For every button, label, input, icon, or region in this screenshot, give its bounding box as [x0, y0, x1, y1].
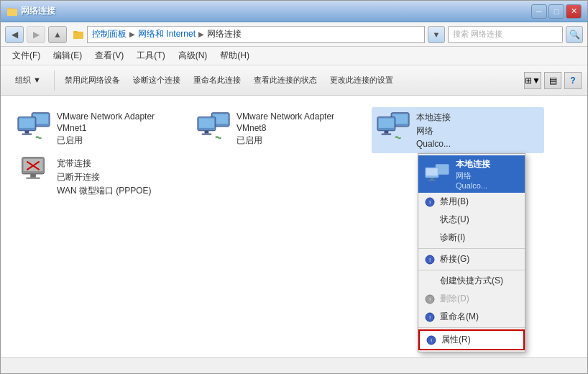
view-options-button[interactable]: ⊞▼ — [524, 72, 541, 89]
up-button[interactable]: ▲ — [48, 26, 67, 43]
view-toggle-button[interactable]: ▤ — [544, 72, 561, 89]
ctx-header-net: 网络 — [456, 170, 490, 181]
forward-button[interactable]: ▶ — [27, 26, 45, 43]
ctx-properties-label: 属性(R) — [441, 334, 471, 346]
broadband-status: 已断开连接 — [57, 171, 152, 183]
svg-rect-27 — [385, 131, 389, 134]
title-bar: 网络连接 ─ □ ✕ — [1, 1, 587, 22]
local-conn-net: 网络 — [416, 125, 451, 137]
svg-rect-40 — [428, 180, 436, 181]
network-item-vmnet1[interactable]: VMware Network Adapter VMnet1 已启用 — [12, 107, 185, 153]
menu-edit[interactable]: 编辑(E) — [47, 48, 88, 63]
network-item-local[interactable]: 本地连接 网络 Qualco... — [372, 107, 544, 153]
search-box[interactable]: 搜索 网络连接 — [448, 26, 563, 43]
address-path[interactable]: 控制面板 ▶ 网络和 Internet ▶ 网络连接 — [87, 26, 425, 43]
svg-text:!: ! — [429, 314, 431, 321]
rename-label: 重命名此连接 — [193, 75, 241, 86]
close-button[interactable]: ✕ — [566, 4, 582, 19]
menu-file[interactable]: 文件(F) — [6, 48, 46, 63]
address-dropdown[interactable]: ▼ — [428, 26, 445, 43]
vmnet1-icon — [17, 111, 51, 140]
svg-rect-32 — [30, 174, 36, 178]
local-info: 本地连接 网络 Qualco... — [416, 111, 451, 149]
search-placeholder: 搜索 网络连接 — [453, 29, 502, 40]
local-icon — [376, 111, 410, 140]
vmnet8-name2: VMnet8 — [236, 123, 334, 133]
vmnet8-icon — [196, 111, 231, 140]
ctx-sep-3 — [418, 327, 525, 328]
back-button[interactable]: ◀ — [5, 26, 24, 43]
vmnet1-name: VMware Network Adapter — [57, 111, 155, 122]
ctx-diagnose-icon — [424, 232, 436, 244]
view-status-button[interactable]: 查看此连接的状态 — [248, 68, 323, 94]
menu-view[interactable]: 查看(V) — [89, 48, 129, 63]
ctx-sep-2 — [418, 270, 525, 270]
title-bar-left: 网络连接 — [6, 5, 55, 17]
title-controls: ─ □ ✕ — [531, 4, 582, 19]
ctx-bridge[interactable]: ! 桥接(G) — [418, 250, 525, 268]
context-menu: 本地连接 网络 Qualco... ! 禁用(B) — [418, 153, 525, 352]
rename-button[interactable]: 重命名此连接 — [188, 68, 247, 94]
change-settings-button[interactable]: 更改此连接的设置 — [324, 68, 399, 94]
menu-advanced[interactable]: 高级(N) — [173, 48, 213, 63]
ctx-bridge-icon: ! — [424, 254, 436, 265]
network-item-vmnet8[interactable]: VMware Network Adapter VMnet8 已启用 — [192, 107, 364, 153]
ctx-rename-icon: ! — [424, 311, 436, 323]
svg-text:!: ! — [431, 337, 432, 344]
ctx-rename[interactable]: ! 重命名(M) — [418, 308, 525, 326]
ctx-shortcut-icon — [424, 275, 436, 287]
ctx-status[interactable]: 状态(U) — [418, 211, 525, 229]
menu-help[interactable]: 帮助(H) — [214, 48, 255, 63]
window-title: 网络连接 — [21, 5, 55, 17]
svg-text:!: ! — [429, 257, 431, 263]
menu-tools[interactable]: 工具(T) — [131, 48, 170, 63]
path-folder-icon — [73, 29, 84, 40]
maximize-button[interactable]: □ — [548, 4, 564, 19]
diagnose-button[interactable]: 诊断这个连接 — [127, 68, 186, 94]
svg-rect-10 — [19, 118, 35, 127]
local-conn-name: 本地连接 — [416, 111, 451, 124]
ctx-diagnose[interactable]: 诊断(I) — [418, 229, 525, 247]
help-button[interactable]: ? — [564, 72, 582, 89]
organize-label: 组织 ▼ — [15, 75, 41, 86]
disable-network-button[interactable]: 禁用此网络设备 — [59, 68, 126, 94]
status-bar — [1, 357, 587, 373]
context-menu-header: 本地连接 网络 Qualco... — [418, 155, 525, 193]
ctx-rename-label: 重命名(M) — [440, 311, 479, 323]
ctx-shortcut-label: 创建快捷方式(S) — [440, 275, 503, 287]
disable-network-label: 禁用此网络设备 — [65, 75, 120, 86]
toolbar-right: ⊞▼ ▤ ? — [524, 72, 582, 89]
ctx-shortcut[interactable]: 创建快捷方式(S) — [418, 272, 525, 290]
local-conn-sub: Qualco... — [416, 139, 451, 149]
vmnet8-monitor-svg — [196, 111, 231, 141]
vmnet8-name: VMware Network Adapter — [236, 111, 334, 122]
view-status-label: 查看此连接的状态 — [254, 75, 317, 86]
toolbar-separator-1 — [54, 70, 55, 91]
breadcrumb-3: 网络连接 — [207, 28, 242, 40]
organize-button[interactable]: 组织 ▼ — [6, 68, 50, 94]
vmnet8-info: VMware Network Adapter VMnet8 已启用 — [236, 111, 334, 147]
breadcrumb-1: 控制面板 — [92, 28, 127, 40]
content-area: VMware Network Adapter VMnet1 已启用 — [1, 96, 587, 357]
breadcrumb-2: 网络和 Internet — [138, 28, 196, 40]
svg-rect-28 — [382, 134, 391, 135]
ctx-status-icon — [424, 214, 436, 226]
svg-rect-18 — [199, 118, 214, 127]
svg-rect-39 — [431, 178, 433, 180]
broadband-name: 宽带连接 — [57, 158, 152, 170]
broadband-info: 宽带连接 已断开连接 WAN 微型端口 (PPPOE) — [57, 158, 152, 197]
svg-rect-33 — [26, 178, 40, 179]
svg-rect-12 — [22, 134, 32, 135]
ctx-disable[interactable]: ! 禁用(B) — [418, 193, 525, 211]
broadband-svg — [17, 154, 51, 190]
broadband-icon — [17, 158, 51, 186]
local-monitor-svg — [376, 111, 410, 141]
ctx-properties[interactable]: ! 属性(R) — [418, 329, 525, 350]
search-button[interactable]: 🔍 — [566, 26, 583, 43]
ctx-header-icon — [424, 163, 450, 186]
ctx-delete[interactable]: ! 删除(D) — [418, 290, 525, 308]
svg-rect-26 — [379, 118, 394, 127]
minimize-button[interactable]: ─ — [531, 4, 547, 19]
network-item-broadband[interactable]: 宽带连接 已断开连接 WAN 微型端口 (PPPOE) — [12, 153, 185, 201]
address-bar: ◀ ▶ ▲ 控制面板 ▶ 网络和 Internet ▶ 网络连接 ▼ 搜索 网络… — [1, 22, 587, 47]
